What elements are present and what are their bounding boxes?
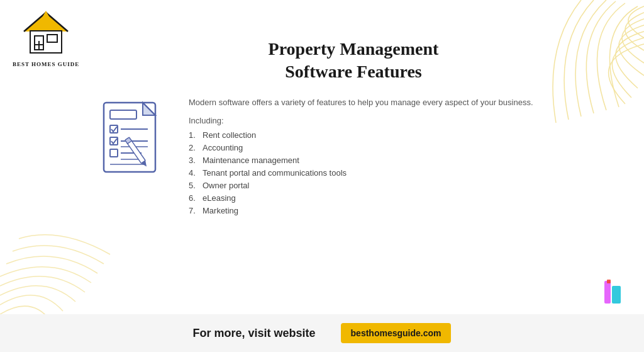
list-text: Rent collection — [203, 130, 256, 140]
footer-text: For more, visit website — [193, 327, 316, 340]
list-number: 5. — [189, 181, 199, 190]
list-number: 3. — [189, 156, 199, 165]
list-item: 3.Maintenance management — [189, 156, 613, 165]
wave-decoration-bottom-left — [0, 207, 113, 321]
list-text: Tenant portal and communications tools — [203, 168, 347, 178]
small-icon-bottom-right — [603, 280, 622, 305]
logo-area: BEST HOMES GUIDE — [13, 9, 79, 67]
including-label: Including: — [189, 116, 613, 125]
list-text: eLeasing — [203, 193, 236, 203]
list-text: Accounting — [203, 143, 243, 152]
svg-rect-23 — [612, 286, 621, 304]
page-title: Property Management Software Features — [94, 38, 613, 84]
main-content: Property Management Software Features — [94, 38, 613, 219]
list-item: 2.Accounting — [189, 143, 613, 152]
logo-text: BEST HOMES GUIDE — [13, 61, 79, 67]
list-item: 6.eLeasing — [189, 193, 613, 203]
footer: For more, visit website besthomesguide.c… — [0, 314, 644, 352]
list-number: 7. — [189, 206, 199, 215]
list-number: 1. — [189, 130, 199, 140]
list-item: 1.Rent collection — [189, 130, 613, 140]
website-button[interactable]: besthomesguide.com — [341, 323, 452, 343]
description-text: Modern software offers a variety of feat… — [189, 96, 613, 109]
features-list: 1.Rent collection2.Accounting3.Maintenan… — [189, 130, 613, 215]
document-checklist-icon — [94, 96, 176, 197]
svg-rect-22 — [604, 281, 611, 304]
list-number: 6. — [189, 193, 199, 203]
list-number: 4. — [189, 168, 199, 178]
list-item: 5.Owner portal — [189, 181, 613, 190]
list-item: 4.Tenant portal and communications tools — [189, 168, 613, 178]
list-text: Owner portal — [203, 181, 249, 190]
list-item: 7.Marketing — [189, 206, 613, 215]
content-area: Modern software offers a variety of feat… — [94, 96, 613, 219]
svg-rect-5 — [35, 44, 43, 45]
list-number: 2. — [189, 143, 199, 152]
text-area: Modern software offers a variety of feat… — [189, 96, 613, 219]
list-text: Marketing — [203, 206, 238, 215]
list-text: Maintenance management — [203, 156, 299, 165]
document-icon-area — [94, 96, 176, 200]
svg-rect-24 — [607, 280, 611, 283]
logo-icon — [18, 9, 74, 60]
